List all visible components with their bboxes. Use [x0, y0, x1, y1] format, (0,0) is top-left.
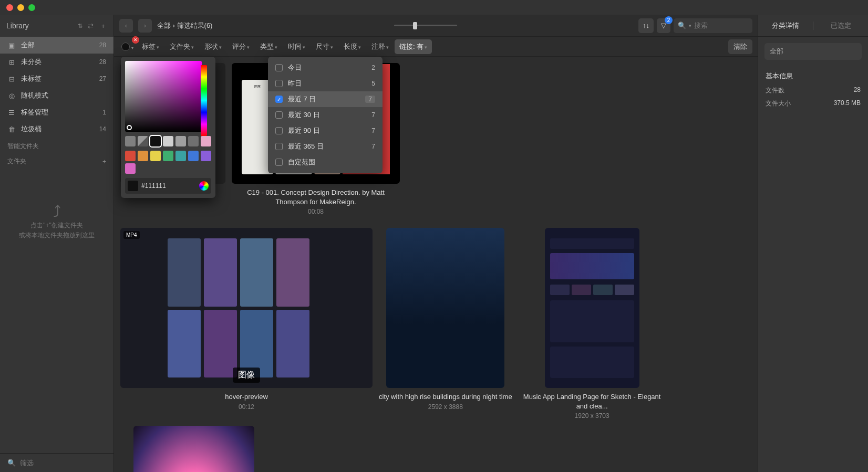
filter-chip-length[interactable]: 长度▾ [339, 39, 366, 54]
sort-button[interactable]: ↑↓ [638, 18, 654, 33]
left-sidebar: Library ⇅ ⇄ + ▣全部28⊞未分类28⊟未标签27◎随机模式☰标签管… [0, 15, 114, 472]
thumbnail-size-slider[interactable] [394, 25, 457, 26]
time-option[interactable]: 最近 365 日7 [268, 139, 383, 154]
checkbox-icon [275, 80, 283, 87]
swatch[interactable] [138, 151, 148, 161]
time-option[interactable]: 最近 30 日7 [268, 107, 383, 123]
color-preview [128, 181, 138, 191]
filter-toggle-button[interactable]: ▽ 2 [657, 18, 670, 33]
sidebar-icon: ⊟ [7, 75, 16, 83]
tab-category-detail[interactable]: 分类详情 [758, 16, 813, 36]
breadcrumb[interactable]: 全部 › 筛选结果(6) [157, 21, 212, 30]
tab-selected[interactable]: 已选定 [813, 16, 868, 36]
time-option[interactable]: 最近 90 日7 [268, 123, 383, 139]
checkbox-icon: ✓ [275, 96, 283, 103]
filter-badge: 2 [665, 16, 673, 24]
search-icon: 🔍 [7, 459, 16, 467]
folders-header[interactable]: 文件夹 + [0, 153, 113, 168]
remove-color-filter-icon[interactable]: ✕ [132, 36, 139, 44]
sidebar-icon: ☰ [7, 109, 16, 117]
nav-forward-button[interactable]: › [138, 19, 152, 33]
checkbox-icon [275, 127, 283, 134]
right-panel: 分类详情 已选定 全部 基本信息 文件数28文件大小370.5 MB [758, 15, 868, 472]
checkbox-icon [275, 143, 283, 150]
grid-item[interactable]: MP4 图像 hover-preview 00:12 [120, 228, 373, 419]
color-picker-popover: #111111 [121, 57, 215, 198]
library-swap-icon[interactable]: ⇄ [86, 21, 96, 31]
grid-item[interactable]: city with high rise buildings during nig… [379, 228, 512, 419]
time-option[interactable]: 今日2 [268, 60, 383, 76]
maximize-window-icon[interactable] [28, 4, 35, 11]
swatch[interactable] [150, 151, 161, 161]
hue-slider[interactable] [201, 65, 207, 136]
swatch[interactable] [125, 163, 136, 174]
sidebar-item-4[interactable]: ☰标签管理1 [0, 104, 113, 121]
sidebar-icon: ▣ [7, 41, 16, 49]
checkbox-icon [275, 64, 283, 71]
filter-chip-shape[interactable]: 形状▾ [200, 39, 226, 54]
filter-chip-tag[interactable]: 标签▾ [137, 39, 164, 54]
hex-value[interactable]: #111111 [141, 182, 196, 190]
grid-item[interactable]: man in blue denim jeans and white shirt … [120, 426, 267, 472]
add-folder-icon[interactable]: + [102, 158, 106, 165]
clear-filters-button[interactable]: 清除 [728, 39, 752, 54]
checkbox-icon [275, 111, 283, 119]
swatch[interactable] [175, 151, 186, 161]
swatch[interactable] [163, 136, 173, 146]
hint-arrow-icon: ⤴ [6, 200, 107, 221]
color-gradient[interactable] [125, 61, 202, 132]
time-filter-dropdown: 今日2昨日5✓最近 7 日7最近 30 日7最近 90 日7最近 365 日7自… [268, 57, 383, 173]
filter-chip-size[interactable]: 尺寸▾ [311, 39, 338, 54]
filter-chip-time[interactable]: 时间▾ [283, 39, 310, 54]
window-titlebar [0, 0, 868, 15]
swatch[interactable] [138, 136, 148, 146]
hex-input-row[interactable]: #111111 [125, 178, 211, 194]
sidebar-filter[interactable]: 🔍 筛选 [0, 453, 113, 472]
close-window-icon[interactable] [6, 4, 13, 11]
sidebar-icon: ⊞ [7, 58, 16, 66]
swatch[interactable] [201, 151, 211, 161]
minimize-window-icon[interactable] [17, 4, 24, 11]
library-add-icon[interactable]: + [99, 21, 107, 31]
filter-chip-rating[interactable]: 评分▾ [228, 39, 254, 54]
basic-info-heading: 基本信息 [758, 66, 868, 84]
filter-chip-note[interactable]: 注释▾ [367, 39, 394, 54]
swatch[interactable] [188, 151, 199, 161]
swatch[interactable] [201, 136, 211, 146]
smart-folders-header[interactable]: 智能文件夹 [0, 138, 113, 153]
sidebar-item-1[interactable]: ⊞未分类28 [0, 54, 113, 70]
color-wheel-icon[interactable] [199, 181, 209, 191]
search-box[interactable]: 🔍▾ [674, 18, 752, 33]
library-title[interactable]: Library [6, 22, 75, 30]
color-filter-chip[interactable]: ▾ ✕ [119, 40, 135, 53]
filter-chip-folder[interactable]: 文件夹▾ [165, 39, 199, 54]
swatch[interactable] [125, 136, 136, 146]
library-header: Library ⇅ ⇄ + [0, 15, 113, 37]
library-sort-icon[interactable]: ⇅ [78, 23, 82, 29]
info-row: 文件大小370.5 MB [758, 97, 868, 110]
time-option[interactable]: ✓最近 7 日7 [268, 91, 383, 107]
mp4-badge: MP4 [123, 231, 140, 239]
folder-dropzone[interactable]: ⤴ 点击"+"创建文件夹 或将本地文件夹拖放到这里 [0, 168, 113, 240]
sidebar-item-2[interactable]: ⊟未标签27 [0, 70, 113, 87]
sidebar-item-3[interactable]: ◎随机模式 [0, 87, 113, 104]
filter-chip-type[interactable]: 类型▾ [255, 39, 282, 54]
swatch[interactable] [150, 136, 161, 146]
swatch[interactable] [175, 136, 186, 146]
search-icon: 🔍 [678, 22, 686, 29]
category-all-box[interactable]: 全部 [764, 43, 862, 60]
filter-chip-link[interactable]: 链接: 有▾ [395, 39, 432, 54]
swatch[interactable] [125, 151, 136, 161]
nav-back-button[interactable]: ‹ [119, 19, 133, 33]
time-option[interactable]: 自定范围 [268, 154, 383, 170]
swatch[interactable] [163, 151, 173, 161]
swatch[interactable] [188, 136, 199, 146]
time-option[interactable]: 昨日5 [268, 76, 383, 91]
sidebar-icon: 🗑 [7, 125, 16, 133]
sidebar-item-0[interactable]: ▣全部28 [0, 37, 113, 54]
search-input[interactable] [694, 22, 748, 29]
sidebar-item-5[interactable]: 🗑垃圾桶14 [0, 121, 113, 138]
grid-item[interactable]: Music App Landing Page for Sketch - Eleg… [519, 228, 666, 419]
filter-bar: ▾ ✕ 标签▾文件夹▾形状▾评分▾类型▾时间▾尺寸▾长度▾注释▾链接: 有▾ 清… [114, 37, 758, 57]
sidebar-icon: ◎ [7, 92, 16, 100]
